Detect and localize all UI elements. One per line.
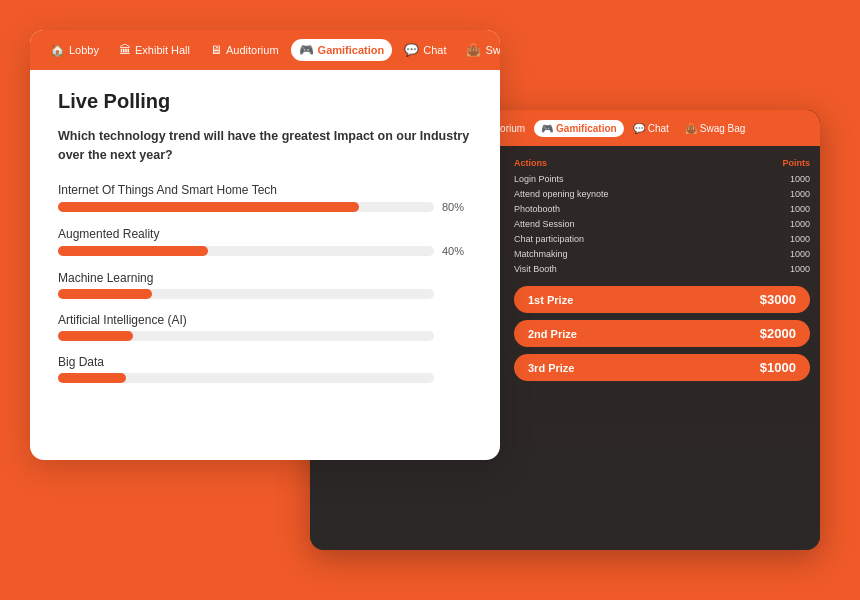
swag-icon: 👜 — [466, 43, 481, 57]
action-name-5: Matchmaking — [514, 249, 568, 259]
auditorium-icon: 🖥 — [210, 43, 222, 57]
poll-pct-iot: 80% — [442, 201, 472, 213]
chat-icon: 💬 — [404, 43, 419, 57]
action-pts-3: 1000 — [790, 219, 810, 229]
poll-item-ai: Artificial Intelligence (AI) — [58, 313, 472, 341]
action-row-1: Attend opening keynote 1000 — [514, 189, 810, 199]
front-nav-bar: 🏠 Lobby 🏛 Exhibit Hall 🖥 Auditorium 🎮 Ga… — [30, 30, 500, 70]
polling-question: Which technology trend will have the gre… — [58, 127, 472, 165]
action-name-3: Attend Session — [514, 219, 575, 229]
action-row-6: Visit Booth 1000 — [514, 264, 810, 274]
action-name-4: Chat participation — [514, 234, 584, 244]
action-name-0: Login Points — [514, 174, 564, 184]
poll-item-ar: Augmented Reality 40% — [58, 227, 472, 257]
prize-amount-1st: $3000 — [760, 292, 796, 307]
poll-bar-fill-bigdata — [58, 373, 126, 383]
action-pts-6: 1000 — [790, 264, 810, 274]
polling-content: Live Polling Which technology trend will… — [30, 70, 500, 417]
poll-bar-bg-iot — [58, 202, 434, 212]
poll-bar-fill-ml — [58, 289, 152, 299]
leaderboard-right: Actions Points Login Points 1000 Attend … — [500, 158, 810, 424]
back-nav-chat[interactable]: 💬 Chat — [626, 120, 676, 137]
poll-bar-fill-ai — [58, 331, 133, 341]
back-nav-swag[interactable]: 👜 Swag Bag — [678, 120, 753, 137]
poll-label-bigdata: Big Data — [58, 355, 472, 369]
poll-bar-row-ml — [58, 289, 472, 299]
poll-bar-fill-iot — [58, 202, 359, 212]
poll-bar-row-bigdata — [58, 373, 472, 383]
exhibit-icon: 🏛 — [119, 43, 131, 57]
poll-pct-ar: 40% — [442, 245, 472, 257]
action-pts-5: 1000 — [790, 249, 810, 259]
action-pts-0: 1000 — [790, 174, 810, 184]
live-polling-card: 🏠 Lobby 🏛 Exhibit Hall 🖥 Auditorium 🎮 Ga… — [30, 30, 500, 460]
prize-label-2nd: 2nd Prize — [528, 328, 577, 340]
points-col-label: Points — [782, 158, 810, 168]
poll-label-iot: Internet Of Things And Smart Home Tech — [58, 183, 472, 197]
actions-col-label: Actions — [514, 158, 547, 168]
poll-bar-bg-bigdata — [58, 373, 434, 383]
polling-title: Live Polling — [58, 90, 472, 113]
poll-label-ml: Machine Learning — [58, 271, 472, 285]
action-pts-4: 1000 — [790, 234, 810, 244]
poll-item-ml: Machine Learning — [58, 271, 472, 299]
back-chat-icon: 💬 — [633, 123, 645, 134]
home-icon: 🏠 — [50, 43, 65, 57]
action-row-0: Login Points 1000 — [514, 174, 810, 184]
prize-label-3rd: 3rd Prize — [528, 362, 574, 374]
prize-btn-1st[interactable]: 1st Prize $3000 — [514, 286, 810, 313]
back-gamification-icon: 🎮 — [541, 123, 553, 134]
nav-gamification[interactable]: 🎮 Gamification — [291, 39, 393, 61]
action-name-1: Attend opening keynote — [514, 189, 609, 199]
poll-item-bigdata: Big Data — [58, 355, 472, 383]
action-pts-2: 1000 — [790, 204, 810, 214]
prize-btn-2nd[interactable]: 2nd Prize $2000 — [514, 320, 810, 347]
action-row-2: Photobooth 1000 — [514, 204, 810, 214]
prize-amount-2nd: $2000 — [760, 326, 796, 341]
nav-lobby[interactable]: 🏠 Lobby — [42, 39, 107, 61]
prizes-section: 1st Prize $3000 2nd Prize $2000 3rd Priz… — [514, 286, 810, 381]
poll-bar-fill-ar — [58, 246, 208, 256]
nav-auditorium[interactable]: 🖥 Auditorium — [202, 39, 287, 61]
poll-label-ai: Artificial Intelligence (AI) — [58, 313, 472, 327]
poll-bar-row-ai — [58, 331, 472, 341]
action-name-6: Visit Booth — [514, 264, 557, 274]
poll-bar-row-ar: 40% — [58, 245, 472, 257]
action-row-4: Chat participation 1000 — [514, 234, 810, 244]
back-swag-icon: 👜 — [685, 123, 697, 134]
prize-amount-3rd: $1000 — [760, 360, 796, 375]
action-row-3: Attend Session 1000 — [514, 219, 810, 229]
poll-bar-bg-ml — [58, 289, 434, 299]
action-pts-1: 1000 — [790, 189, 810, 199]
poll-bar-bg-ai — [58, 331, 434, 341]
action-row-5: Matchmaking 1000 — [514, 249, 810, 259]
prize-label-1st: 1st Prize — [528, 294, 573, 306]
nav-swag-bag[interactable]: 👜 Swag Bag — [458, 39, 500, 61]
gamification-icon: 🎮 — [299, 43, 314, 57]
poll-item-iot: Internet Of Things And Smart Home Tech 8… — [58, 183, 472, 213]
actions-header: Actions Points — [514, 158, 810, 168]
poll-bar-row-iot: 80% — [58, 201, 472, 213]
poll-label-ar: Augmented Reality — [58, 227, 472, 241]
nav-chat[interactable]: 💬 Chat — [396, 39, 454, 61]
back-nav-gamification[interactable]: 🎮 Gamification — [534, 120, 624, 137]
nav-exhibit-hall[interactable]: 🏛 Exhibit Hall — [111, 39, 198, 61]
action-name-2: Photobooth — [514, 204, 560, 214]
prize-btn-3rd[interactable]: 3rd Prize $1000 — [514, 354, 810, 381]
poll-bar-bg-ar — [58, 246, 434, 256]
